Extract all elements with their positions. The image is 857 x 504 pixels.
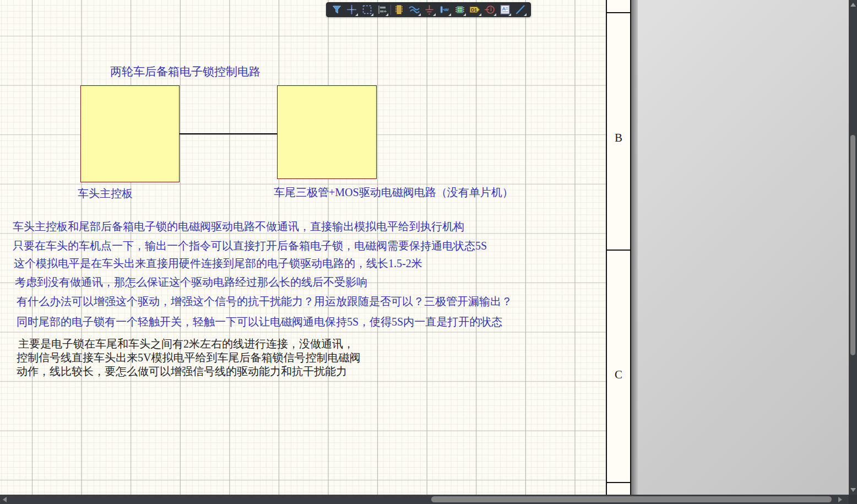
net-tag-button[interactable]: D1 [468, 3, 482, 17]
scrollbar-corner [849, 495, 857, 504]
dropdown-arrow-icon [386, 13, 388, 16]
pin-button[interactable] [438, 3, 452, 17]
dropdown-arrow-icon [493, 13, 496, 16]
place-component-button[interactable] [392, 3, 406, 17]
marquee-select-button[interactable] [360, 3, 374, 17]
dropdown-arrow-icon [508, 13, 511, 16]
frame-divider [607, 12, 630, 13]
sheet-frame-strip: B C [606, 0, 631, 504]
dropdown-arrow-icon [463, 13, 466, 16]
dropdown-arrow-icon [371, 13, 373, 16]
frame-divider [607, 482, 630, 483]
schematic-editor: B C 两轮车后备箱电子锁控制电路 车头主控板 车尾三极管+MOS驱动电磁阀电路… [0, 0, 857, 504]
connection-wire[interactable] [180, 133, 277, 134]
horizontal-scrollbar[interactable] [0, 495, 849, 504]
note-line-dark[interactable]: 主要是电子锁在车尾和车头之间有2米左右的线进行连接，没做通讯， [18, 337, 354, 351]
canvas-outside-area [638, 0, 849, 504]
note-line-dark[interactable]: 动作，线比较长，要怎么做可以增强信号线的驱动能力和抗干扰能力 [17, 364, 347, 379]
module-button[interactable] [453, 3, 467, 17]
dropdown-arrow-icon [524, 13, 527, 16]
note-line[interactable]: 有什么办法可以增强这个驱动，增强这个信号的抗干扰能力？用运放跟随是否可以？三极管… [17, 294, 512, 309]
wiring-toolbar: D1 A [326, 2, 531, 17]
scroll-up-arrow-icon[interactable] [850, 3, 856, 7]
block-tail-label[interactable]: 车尾三极管+MOS驱动电磁阀电路（没有单片机） [274, 185, 513, 200]
line-button[interactable] [513, 3, 527, 17]
no-connect-button[interactable] [483, 3, 497, 17]
zone-label-c: C [607, 368, 630, 382]
scroll-right-arrow-icon[interactable] [838, 497, 842, 502]
block-tail-driver[interactable] [277, 85, 377, 179]
note-line[interactable]: 这个模拟电平是在车头出来直接用硬件连接到尾部的电子锁驱动电路的，线长1.5-2米 [14, 256, 422, 271]
dropdown-arrow-icon [355, 13, 358, 16]
component-chip-icon [393, 4, 405, 15]
align-button[interactable] [375, 3, 389, 17]
wire-button[interactable] [408, 3, 421, 17]
note-line-dark[interactable]: 控制信号线直接车头出来5V模拟电平给到车尾后备箱锁信号控制电磁阀 [17, 350, 360, 365]
crosshair-button[interactable] [345, 3, 359, 17]
scroll-down-arrow-icon[interactable] [850, 488, 856, 492]
net-tag-text: D1 [471, 7, 477, 13]
filter-button[interactable] [330, 3, 344, 17]
zone-label-b: B [607, 131, 630, 145]
note-line[interactable]: 只要在车头的车机点一下，输出一个指令可以直接打开后备箱电子锁，电磁阀需要保持通电… [13, 239, 487, 253]
vertical-scrollbar[interactable] [849, 0, 857, 504]
dropdown-arrow-icon [479, 13, 481, 16]
ground-button[interactable] [422, 3, 436, 17]
note-line[interactable]: 考虑到没有做通讯，那怎么保证这个驱动电路经过那么长的线后不受影响 [15, 275, 367, 290]
frame-divider [607, 250, 630, 251]
dropdown-arrow-icon [418, 13, 421, 16]
note-line[interactable]: 车头主控板和尾部后备箱电子锁的电磁阀驱动电路不做通讯，直接输出模拟电平给到执行机… [13, 219, 464, 234]
text-button[interactable]: A [498, 3, 512, 17]
filter-icon [331, 4, 343, 15]
note-line[interactable]: 同时尾部的电子锁有一个轻触开关，轻触一下可以让电磁阀通电保持5S，使得5S内一直… [17, 315, 502, 329]
dropdown-arrow-icon [448, 13, 451, 16]
block-head-label[interactable]: 车头主控板 [78, 186, 133, 201]
horizontal-scrollbar-thumb[interactable] [431, 496, 832, 502]
toolbar-separator [390, 5, 391, 15]
text-icon-letter: A [502, 6, 506, 12]
vertical-scrollbar-thumb[interactable] [850, 135, 855, 355]
scroll-left-arrow-icon[interactable] [3, 497, 7, 502]
diagram-title[interactable]: 两轮车后备箱电子锁控制电路 [110, 64, 261, 79]
dropdown-arrow-icon [433, 13, 436, 16]
block-head-controller[interactable] [80, 85, 180, 182]
sheet-edge-shadow [631, 0, 638, 504]
